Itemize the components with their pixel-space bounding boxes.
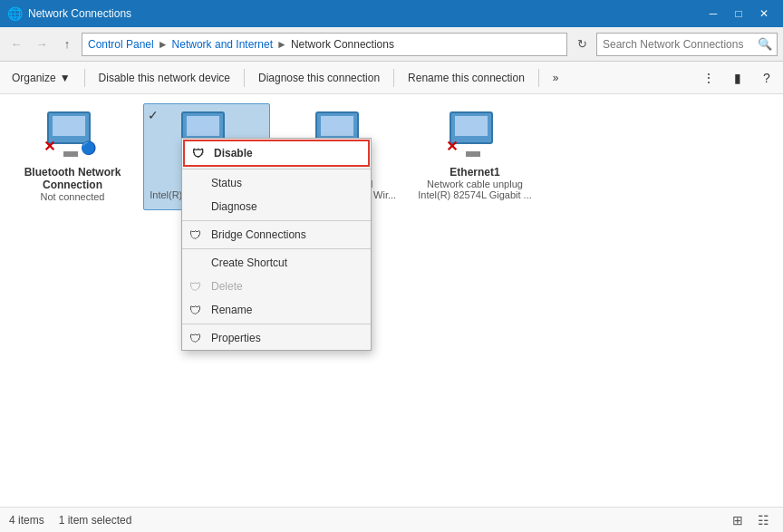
ctx-rename[interactable]: 🛡 Rename (182, 298, 371, 322)
search-input[interactable] (596, 33, 778, 56)
ctx-bridge[interactable]: 🛡 Bridge Connections (182, 223, 371, 247)
toolbar: Organize ▼ Disable this network device D… (0, 62, 783, 94)
toolbar-separator-1 (84, 69, 85, 87)
network-item-ethernet1[interactable]: ✕ Ethernet1 Network cable unplug Intel(R… (411, 103, 538, 210)
more-button[interactable]: » (545, 65, 567, 91)
bridge-icon: 🛡 (189, 228, 201, 242)
refresh-button[interactable]: ↻ (571, 34, 593, 55)
selection-checkmark: ✓ (148, 108, 159, 122)
app-icon: 🌐 (7, 6, 23, 21)
item-count: 4 items (9, 514, 44, 527)
toolbar-separator-3 (393, 69, 394, 87)
disable-network-button[interactable]: Disable this network device (91, 65, 238, 91)
red-x-ethernet1: ✕ (446, 138, 458, 155)
ethernet1-label: Ethernet1 (450, 166, 499, 179)
breadcrumb-network-internet[interactable]: Network and Internet (172, 38, 273, 51)
bluetooth-badge-icon: 🔵 (81, 140, 96, 155)
red-x-bluetooth: ✕ (44, 138, 55, 155)
status-bar: 4 items 1 item selected ⊞ ☷ (0, 507, 783, 532)
organize-button[interactable]: Organize ▼ (4, 65, 79, 91)
maximize-button[interactable]: □ (727, 5, 750, 23)
bluetooth-icon-wrapper: ✕ 🔵 (47, 111, 98, 162)
rename-icon: 🛡 (189, 304, 201, 317)
close-button[interactable]: ✕ (752, 5, 776, 23)
diagnose-button[interactable]: Diagnose this connection (250, 65, 388, 91)
window-title: Network Connections (28, 7, 701, 20)
ctx-delete: 🛡 Delete (182, 275, 371, 298)
ethernet1-icon-wrapper: ✕ (450, 111, 500, 162)
breadcrumb: Control Panel ► Network and Internet ► N… (82, 33, 567, 56)
status-right: ⊞ ☷ (727, 510, 774, 530)
address-bar: ← → ↑ Control Panel ► Network and Intern… (0, 27, 783, 62)
breadcrumb-current: Network Connections (291, 38, 394, 51)
ctx-properties[interactable]: 🛡 Properties (182, 326, 371, 350)
toolbar-right: ⋮ ▮ ? (696, 65, 779, 91)
delete-icon: 🛡 (189, 280, 201, 294)
up-button[interactable]: ↑ (56, 34, 78, 55)
forward-button[interactable]: → (31, 34, 53, 55)
network-items: ✕ 🔵 Bluetooth Network Connection Not con… (9, 103, 774, 210)
toolbar-separator-2 (244, 69, 245, 87)
search-wrapper: 🔍 (596, 33, 778, 56)
main-content: ✕ 🔵 Bluetooth Network Connection Not con… (0, 94, 783, 507)
back-button[interactable]: ← (5, 34, 27, 55)
bluetooth-status: Not connected (41, 191, 105, 202)
properties-icon: 🛡 (189, 332, 201, 345)
context-menu: 🛡 Disable Status Diagnose 🛡 Bridge Conne… (181, 138, 372, 351)
ctx-separator-1 (182, 169, 371, 169)
help-button[interactable]: ? (754, 65, 779, 91)
toolbar-separator-4 (538, 69, 539, 87)
ctx-separator-2 (182, 220, 371, 221)
large-icons-view-button[interactable]: ⊞ (727, 510, 749, 530)
network-item-bluetooth[interactable]: ✕ 🔵 Bluetooth Network Connection Not con… (9, 103, 136, 210)
details-view-button[interactable]: ☷ (752, 510, 774, 530)
bluetooth-label2: Connection (43, 179, 102, 191)
ctx-separator-4 (182, 324, 371, 324)
ctx-create-shortcut[interactable]: Create Shortcut (182, 251, 371, 275)
rename-connection-button[interactable]: Rename this connection (400, 65, 533, 91)
preview-pane-button[interactable]: ▮ (725, 65, 750, 91)
ctx-diagnose[interactable]: Diagnose (182, 195, 371, 218)
ctx-separator-3 (182, 248, 371, 249)
view-options-button[interactable]: ⋮ (696, 65, 721, 91)
window-controls: ─ □ ✕ (701, 5, 776, 23)
breadcrumb-control-panel[interactable]: Control Panel (88, 38, 154, 51)
ctx-disable[interactable]: 🛡 Disable (183, 140, 370, 167)
ctx-status[interactable]: Status (182, 171, 371, 195)
minimize-button[interactable]: ─ (701, 5, 725, 23)
file-area: ✕ 🔵 Bluetooth Network Connection Not con… (0, 94, 783, 507)
item-selected: 1 item selected (59, 514, 132, 527)
ethernet1-sublabel: Network cable unplug (427, 179, 523, 189)
bluetooth-label: Bluetooth Network (24, 166, 121, 179)
ethernet1-sublabel2: Intel(R) 82574L Gigabit ... (418, 189, 532, 200)
title-bar: 🌐 Network Connections ─ □ ✕ (0, 0, 783, 27)
disable-icon: 🛡 (192, 147, 204, 160)
